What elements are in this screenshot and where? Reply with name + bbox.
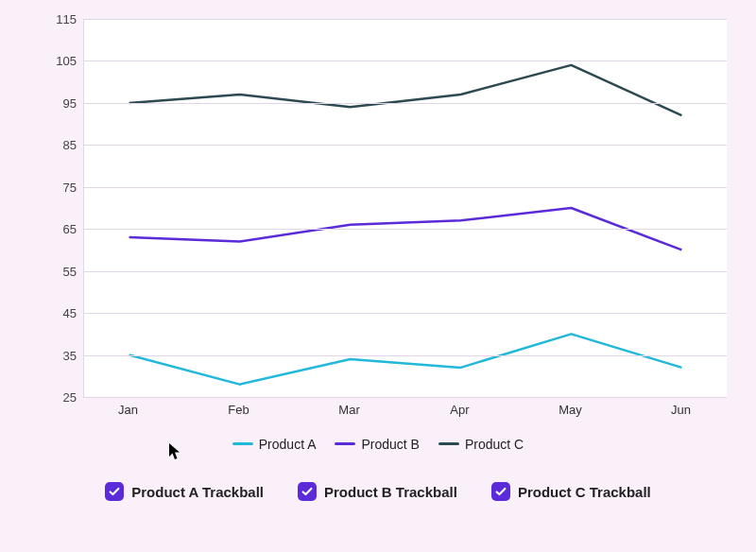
y-tick-label: 95: [39, 95, 77, 110]
checkbox-icon: [491, 482, 510, 501]
trackball-controls: Product A TrackballProduct B TrackballPr…: [19, 482, 737, 501]
y-tick-label: 35: [39, 348, 77, 362]
legend-swatch: [232, 442, 253, 445]
y-gridline: [84, 355, 727, 356]
trackball-checkbox[interactable]: Product B Trackball: [298, 482, 457, 501]
legend-label: Product B: [361, 437, 419, 452]
y-gridline: [84, 103, 727, 104]
y-tick-label: 75: [39, 180, 77, 194]
x-tick-label: Feb: [228, 403, 249, 417]
y-gridline: [84, 60, 727, 61]
series-legend: Product AProduct BProduct C: [19, 433, 737, 452]
y-gridline: [84, 229, 727, 230]
series-line: [129, 334, 682, 384]
y-tick-label: 25: [39, 390, 77, 405]
legend-item[interactable]: Product A: [232, 437, 317, 452]
y-gridline: [84, 19, 727, 20]
trackball-label: Product B Trackball: [324, 484, 457, 500]
x-tick-label: Jan: [118, 403, 138, 417]
y-tick-label: 55: [39, 264, 77, 278]
legend-swatch: [335, 442, 355, 445]
y-tick-label: 105: [39, 54, 77, 68]
trackball-label: Product A Trackball: [131, 484, 264, 500]
series-line: [129, 65, 682, 115]
y-gridline: [84, 313, 727, 314]
trackball-checkbox[interactable]: Product C Trackball: [491, 482, 651, 501]
trackball-checkbox[interactable]: Product A Trackball: [105, 482, 264, 501]
legend-item[interactable]: Product B: [335, 437, 419, 452]
trackball-label: Product C Trackball: [518, 484, 651, 500]
checkbox-icon: [105, 482, 124, 501]
legend-swatch: [438, 442, 459, 445]
x-tick-label: Jun: [671, 403, 691, 417]
x-tick-label: Apr: [450, 403, 469, 417]
legend-label: Product A: [259, 437, 317, 452]
x-tick-label: May: [558, 403, 582, 417]
legend-item[interactable]: Product C: [438, 437, 524, 452]
legend-label: Product C: [465, 437, 524, 452]
x-tick-label: Mar: [338, 403, 359, 417]
y-gridline: [84, 271, 727, 272]
y-tick-label: 115: [39, 12, 77, 26]
y-tick-label: 65: [39, 222, 77, 236]
checkbox-icon: [298, 482, 317, 501]
y-gridline: [84, 145, 727, 146]
plot-area[interactable]: 2535455565758595105115: [83, 19, 727, 398]
y-gridline: [84, 187, 727, 188]
chart-lines: [84, 19, 727, 397]
y-tick-label: 45: [39, 306, 77, 320]
line-chart: 2535455565758595105115 Product AProduct …: [19, 19, 737, 533]
y-tick-label: 85: [39, 138, 77, 152]
